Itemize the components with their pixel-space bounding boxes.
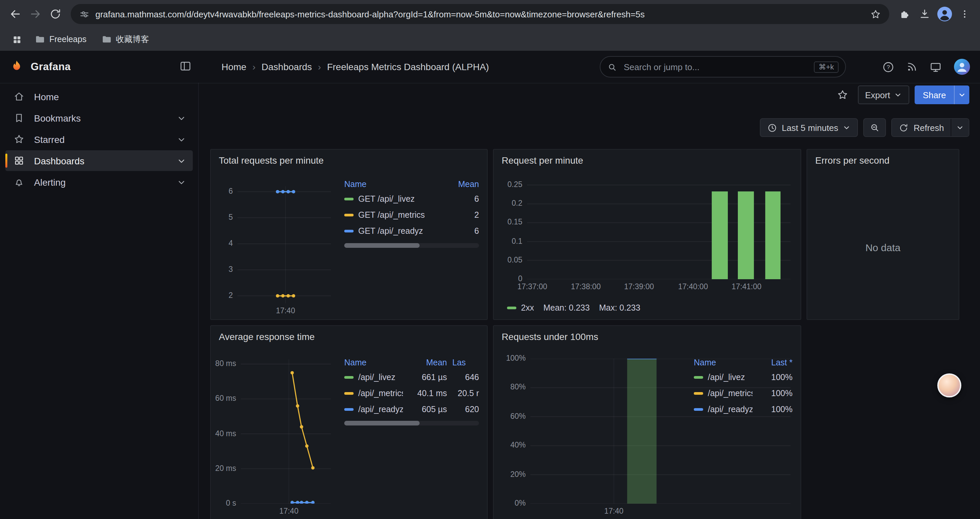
legend-series-name[interactable]: /api/_metrics	[694, 389, 752, 398]
panel-title[interactable]: Request per minute	[502, 155, 583, 166]
forward-button[interactable]	[25, 4, 45, 24]
chevron-down-icon[interactable]	[177, 177, 186, 187]
legend-header-mean[interactable]: Mean	[452, 180, 479, 189]
back-button[interactable]	[5, 4, 25, 24]
legend-mean-value: 6	[452, 194, 479, 204]
refresh-button[interactable]: Refresh	[892, 119, 951, 136]
user-avatar[interactable]	[953, 58, 970, 75]
legend-header-mean[interactable]: Mean	[408, 358, 447, 367]
share-menu-button[interactable]	[954, 86, 969, 104]
legend-scrollbar[interactable]	[344, 421, 479, 425]
panel-title[interactable]: Requests under 100ms	[502, 331, 598, 342]
browser-profile-button[interactable]	[935, 4, 955, 24]
legend-series-name[interactable]: /api/_readyz	[694, 405, 752, 414]
bookmark-item-freeleaps[interactable]: Freeleaps	[29, 31, 92, 48]
apps-grid-button[interactable]	[8, 31, 25, 48]
browser-menu-button[interactable]	[955, 4, 975, 24]
chevron-down-icon	[956, 124, 964, 132]
legend-series-name[interactable]: GET /api/_metrics	[344, 211, 447, 220]
sidebar-item-home[interactable]: Home	[5, 86, 193, 107]
refresh-interval-button[interactable]	[951, 119, 969, 136]
panel-left-icon	[179, 59, 192, 73]
legend-series-name[interactable]: 2xx	[507, 303, 534, 313]
sidebar-item-label: Alerting	[34, 177, 66, 187]
panel-title[interactable]: Average response time	[219, 331, 315, 342]
downloads-button[interactable]	[915, 4, 935, 24]
legend-header-name[interactable]: Name	[694, 358, 752, 367]
zoom-out-button[interactable]	[864, 118, 886, 137]
help-icon[interactable]: ?	[882, 61, 895, 73]
x-axis-tick-label: 17:41:00	[732, 283, 762, 291]
sidebar-item-alerting[interactable]: Alerting	[5, 172, 193, 192]
legend-header-name[interactable]: Name	[344, 180, 447, 189]
y-axis-tick-label: 60%	[510, 412, 526, 420]
extensions-button[interactable]	[895, 4, 915, 24]
sidebar-item-dashboards[interactable]: Dashboards	[5, 150, 193, 171]
bookmark-star-icon[interactable]	[870, 8, 881, 20]
legend-header-last[interactable]: Last *	[758, 358, 792, 367]
legend-mean-value: 605 µs	[408, 405, 447, 414]
bar	[627, 359, 657, 504]
legend-series-name[interactable]: /api/_readyz	[344, 405, 403, 414]
legend-series-name[interactable]: GET /api/_livez	[344, 194, 447, 204]
legend-series-name[interactable]: GET /api/_readyz	[344, 227, 447, 236]
star-outline-icon	[836, 89, 848, 101]
sidebar-item-bookmarks[interactable]: Bookmarks	[5, 107, 193, 128]
search-box[interactable]: ⌘+k	[600, 56, 846, 77]
y-axis-tick-label: 5	[229, 213, 233, 221]
search-input[interactable]	[622, 61, 808, 72]
scrollbar-thumb[interactable]	[344, 243, 420, 248]
scrollbar-thumb[interactable]	[344, 421, 420, 425]
sidebar-toggle-button[interactable]	[179, 59, 192, 73]
monitor-icon[interactable]	[929, 61, 942, 73]
series-point	[276, 190, 279, 193]
chevron-down-icon[interactable]	[177, 156, 186, 165]
home-icon	[13, 91, 25, 102]
chevron-down-icon[interactable]	[177, 134, 186, 144]
export-button[interactable]: Export	[858, 86, 909, 104]
breadcrumb-home[interactable]: Home	[221, 61, 247, 72]
y-axis-tick-label: 80 ms	[215, 359, 236, 367]
series-color-dash	[344, 198, 353, 200]
favorite-dashboard-button[interactable]	[832, 86, 852, 104]
total-requests-chart[interactable]: 6543217:40	[237, 186, 331, 303]
share-button[interactable]: Share	[915, 86, 954, 104]
bookmark-item-blog[interactable]: 收藏博客	[96, 31, 154, 48]
series-color-dash	[694, 392, 703, 395]
bar	[712, 192, 728, 279]
legend-series-name[interactable]: /api/_livez	[344, 373, 403, 382]
y-axis-tick-label: 100%	[506, 354, 526, 362]
legend-header-name[interactable]: Name	[344, 358, 403, 367]
chevron-down-icon[interactable]	[177, 113, 186, 123]
y-axis-tick-label: 6	[229, 187, 233, 195]
site-settings-icon[interactable]	[79, 8, 90, 20]
back-arrow-icon	[9, 7, 22, 21]
legend-last-value: 100%	[758, 373, 792, 382]
time-range-picker[interactable]: Last 5 minutes	[760, 118, 858, 137]
legend-series-name[interactable]: /api/_livez	[694, 373, 752, 382]
legend-scrollbar[interactable]	[344, 243, 479, 248]
chart-canvas	[237, 186, 331, 303]
legend-row: GET /api/_metrics 2	[344, 207, 479, 223]
sidebar-item-label: Bookmarks	[34, 113, 81, 123]
panel-title[interactable]: Total requests per minute	[219, 155, 323, 166]
breadcrumb-dashboards[interactable]: Dashboards	[261, 61, 312, 72]
legend-series-name[interactable]: /api/_metrics	[344, 389, 403, 398]
request-per-minute-chart[interactable]: 0.250.20.150.10.05017:37:0017:38:0017:39…	[527, 183, 791, 279]
assistant-avatar-bubble[interactable]	[937, 374, 961, 398]
dashboard-main: Export Share Last 5 minutes	[199, 83, 980, 519]
panel-title[interactable]: Errors per second	[815, 155, 889, 166]
address-bar[interactable]: grafana.mathmast.com/d/deytv4rwavabkb/fr…	[71, 4, 889, 24]
grafana-brand[interactable]: Grafana	[10, 51, 71, 83]
reload-button[interactable]	[45, 4, 65, 24]
sidebar-item-starred[interactable]: Starred	[5, 129, 193, 150]
x-axis-tick-label: 17:40	[276, 307, 295, 315]
news-rss-icon[interactable]	[906, 61, 918, 73]
chevron-down-icon	[843, 124, 851, 132]
url-text[interactable]: grafana.mathmast.com/d/deytv4rwavabkb/fr…	[95, 9, 865, 19]
average-response-time-chart[interactable]: 80 ms60 ms40 ms20 ms0 s17:40	[241, 359, 331, 504]
series-color-dash	[344, 230, 353, 232]
legend-row: /api/_livez 661 µs 646	[344, 369, 479, 385]
series-point	[311, 466, 315, 469]
legend-header-last[interactable]: Las	[452, 358, 479, 367]
